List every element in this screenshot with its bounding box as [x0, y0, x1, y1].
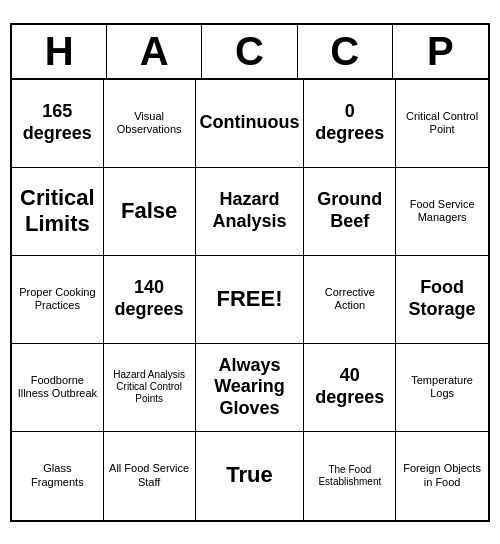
- bingo-cell-11[interactable]: 140 degrees: [104, 256, 196, 344]
- bingo-cell-21[interactable]: All Food Service Staff: [104, 432, 196, 520]
- bingo-cell-0[interactable]: 165 degrees: [12, 80, 104, 168]
- bingo-cell-17[interactable]: Always Wearing Gloves: [196, 344, 305, 432]
- bingo-cell-8[interactable]: Ground Beef: [304, 168, 396, 256]
- bingo-card: H A C C P 165 degreesVisual Observations…: [10, 23, 490, 522]
- bingo-cell-16[interactable]: Hazard Analysis Critical Control Points: [104, 344, 196, 432]
- bingo-cell-23[interactable]: The Food Establishment: [304, 432, 396, 520]
- bingo-cell-14[interactable]: Food Storage: [396, 256, 488, 344]
- bingo-grid: 165 degreesVisual ObservationsContinuous…: [12, 80, 488, 520]
- header-c2: C: [298, 25, 393, 78]
- bingo-cell-7[interactable]: Hazard Analysis: [196, 168, 305, 256]
- bingo-cell-5[interactable]: Critical Limits: [12, 168, 104, 256]
- bingo-cell-13[interactable]: Corrective Action: [304, 256, 396, 344]
- bingo-cell-18[interactable]: 40 degrees: [304, 344, 396, 432]
- bingo-cell-9[interactable]: Food Service Managers: [396, 168, 488, 256]
- bingo-header: H A C C P: [12, 25, 488, 80]
- bingo-cell-1[interactable]: Visual Observations: [104, 80, 196, 168]
- bingo-cell-4[interactable]: Critical Control Point: [396, 80, 488, 168]
- bingo-cell-3[interactable]: 0 degrees: [304, 80, 396, 168]
- bingo-cell-6[interactable]: False: [104, 168, 196, 256]
- bingo-cell-12[interactable]: FREE!: [196, 256, 305, 344]
- bingo-cell-2[interactable]: Continuous: [196, 80, 305, 168]
- bingo-cell-15[interactable]: Foodborne Illness Outbreak: [12, 344, 104, 432]
- header-a: A: [107, 25, 202, 78]
- bingo-cell-10[interactable]: Proper Cooking Practices: [12, 256, 104, 344]
- bingo-cell-20[interactable]: Glass Fragments: [12, 432, 104, 520]
- bingo-cell-22[interactable]: True: [196, 432, 305, 520]
- bingo-cell-19[interactable]: Temperature Logs: [396, 344, 488, 432]
- header-h: H: [12, 25, 107, 78]
- header-p: P: [393, 25, 488, 78]
- bingo-cell-24[interactable]: Foreign Objects in Food: [396, 432, 488, 520]
- header-c1: C: [202, 25, 297, 78]
